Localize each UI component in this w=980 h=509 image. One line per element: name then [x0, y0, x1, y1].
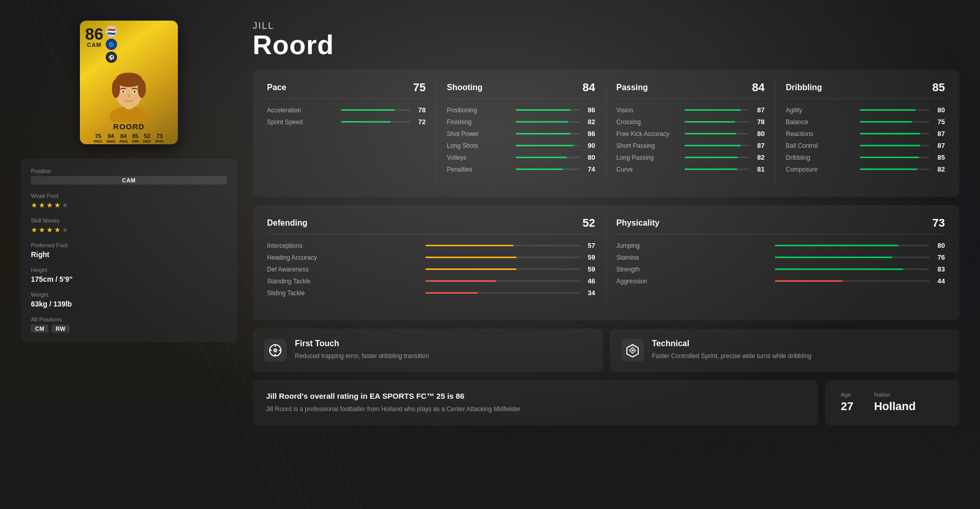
stat-bar-container [516, 133, 580, 134]
stat-bar [516, 168, 563, 170]
stat-bar-container [516, 109, 580, 111]
nation-value: Holland [874, 400, 916, 413]
stat-value: 46 [584, 277, 595, 285]
svg-point-19 [273, 348, 277, 352]
weight-row: Weight 63kg / 139lb [31, 292, 227, 308]
club-badge: 🔵 [106, 39, 117, 50]
stat-name: Standing Tackle [267, 278, 421, 285]
stat-value: 78 [414, 106, 426, 114]
stat-item: Aggression44 [617, 277, 945, 285]
star-1: ★ [31, 201, 38, 209]
card-stat-dri: 85 DRI [132, 133, 139, 144]
stat-bar [516, 145, 573, 146]
stat-item: Vision87 [617, 106, 765, 114]
pace-name: Pace [267, 83, 286, 92]
sm-star-1: ★ [31, 226, 38, 234]
player-header: Jill Roord [253, 15, 959, 61]
physicality-value: 73 [933, 216, 945, 230]
stat-item: Balance75 [786, 118, 945, 126]
stat-bar [425, 257, 517, 258]
preferred-foot-label: Preferred Foot [31, 242, 227, 248]
stat-bar [685, 157, 737, 158]
stat-name: Vision [617, 107, 681, 114]
stat-name: Strength [617, 266, 771, 273]
stat-item: Long Shots90 [447, 142, 595, 149]
stat-item: Penalties74 [447, 165, 595, 173]
position-badge: CAM [31, 176, 227, 184]
defending-name: Defending [267, 218, 307, 228]
stat-value: 44 [934, 277, 945, 285]
card-stat-phy: 73 PHY [155, 133, 163, 144]
alt-positions-label: Alt Positions [31, 316, 227, 323]
first-touch-content: First Touch Reduced trapping error, fast… [295, 339, 429, 361]
stat-item: Reactions87 [786, 130, 945, 138]
nation-label: Nation [874, 392, 916, 398]
stat-bar [860, 121, 912, 123]
stat-name: Positioning [447, 107, 511, 114]
defending-value: 52 [583, 216, 595, 230]
technical-icon [621, 339, 644, 362]
passing-name: Passing [617, 83, 648, 92]
stat-bar-container [516, 121, 580, 123]
stat-bar-container [516, 157, 580, 158]
stat-name: Balance [786, 118, 855, 126]
player-first-name: Jill [253, 21, 959, 31]
card-flags: 🇳🇱 🔵 ⚽ [106, 26, 117, 63]
stat-value: 59 [584, 253, 595, 261]
first-touch-name: First Touch [295, 339, 429, 348]
stat-value: 74 [584, 165, 595, 173]
weak-foot-stars: ★ ★ ★ ★ ★ [31, 201, 227, 209]
stat-name: Long Passing [617, 154, 681, 161]
stat-item: Stamina76 [617, 253, 945, 261]
bio-card: Jill Roord's overall rating in EA SPORTS… [253, 380, 818, 426]
stat-bar [425, 268, 517, 270]
stat-item: Heading Accuracy59 [267, 253, 595, 261]
stat-item: Dribbling85 [786, 154, 945, 161]
bio-text: Jill Roord is a professional footballer … [266, 404, 805, 414]
skill-moves-stars: ★ ★ ★ ★ ★ [31, 226, 227, 234]
dribbling-header: Dribbling 85 [786, 81, 945, 99]
stat-bar [860, 168, 917, 170]
passing-value: 84 [752, 81, 765, 94]
stat-value: 80 [934, 106, 945, 114]
stat-bar-container [425, 292, 579, 294]
top-stats-container: Pace 75 Acceleration78Sprint Speed72 Sho… [253, 70, 959, 197]
stat-bar-container [425, 257, 579, 258]
player-avatar [101, 63, 157, 122]
stat-item: Shot Power86 [447, 130, 595, 138]
star-3: ★ [46, 201, 53, 209]
stat-bar-container [775, 245, 929, 246]
card-player-name: Roord [113, 122, 145, 131]
stat-bar [685, 109, 741, 111]
stat-bar-container [860, 145, 929, 146]
left-panel: 86 CAM 🇳🇱 🔵 ⚽ [21, 15, 237, 426]
stat-value: 75 [934, 118, 945, 126]
preferred-foot-value: Right [31, 250, 227, 259]
skill-moves-label: Skill Moves [31, 217, 227, 224]
player-last-name: Roord [253, 31, 959, 58]
stat-bar-container [685, 121, 749, 123]
passing-header: Passing 84 [617, 81, 765, 99]
stat-bar-container [775, 268, 929, 270]
stat-name: Dribbling [786, 154, 855, 161]
svg-point-21 [632, 349, 634, 351]
sm-star-2: ★ [39, 226, 45, 234]
svg-point-11 [112, 79, 120, 98]
stat-value: 76 [934, 253, 945, 261]
star-4: ★ [54, 201, 61, 209]
nation-flag: 🇳🇱 [106, 26, 117, 37]
stat-value: 59 [584, 265, 595, 273]
card-stat-sho: 84 SHO [106, 133, 115, 144]
stat-bar-container [860, 133, 929, 134]
weak-foot-row: Weak Foot ★ ★ ★ ★ ★ [31, 193, 227, 209]
stat-name: Shot Power [447, 130, 511, 138]
player-card: 86 CAM 🇳🇱 🔵 ⚽ [80, 21, 178, 144]
stat-value: 78 [753, 118, 765, 126]
stat-item: Finishing82 [447, 118, 595, 126]
stat-name: Penalties [447, 166, 511, 173]
right-panel: Jill Roord Pace 75 Acceleration78Sprint … [253, 15, 959, 426]
alt-pos-cm: CM [31, 325, 48, 333]
stat-bar-container [341, 109, 410, 111]
stat-bar [685, 121, 735, 123]
stat-name: Def Awareness [267, 266, 421, 273]
